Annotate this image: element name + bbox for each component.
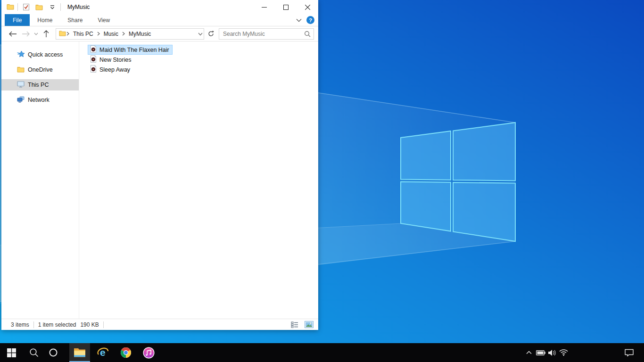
address-bar[interactable]: This PC Music MyMusic <box>56 28 204 40</box>
divider <box>103 321 104 328</box>
search-box <box>219 28 314 40</box>
details-view-button[interactable] <box>289 320 300 329</box>
file-explorer-icon <box>74 347 86 358</box>
search-icon[interactable] <box>304 31 311 39</box>
tray-expand-button[interactable] <box>524 343 534 362</box>
chevron-right-icon <box>122 32 125 36</box>
file-item-sleep-away[interactable]: Sleep Away <box>88 65 133 74</box>
file-name: Sleep Away <box>99 66 130 73</box>
search-icon <box>29 348 39 357</box>
sidebar-item-this-pc[interactable]: This PC <box>1 79 79 90</box>
address-folder-icon <box>59 30 66 38</box>
start-button[interactable] <box>1 343 22 362</box>
navigation-bar: This PC Music MyMusic <box>1 26 318 41</box>
tab-file[interactable]: File <box>5 14 30 26</box>
breadcrumb: This PC Music MyMusic <box>66 31 153 37</box>
status-bar: 3 items 1 item selected 190 KB <box>1 319 318 330</box>
sidebar-item-label: OneDrive <box>28 66 53 73</box>
selection-size: 190 KB <box>80 321 99 328</box>
content-area: Quick access OneDrive This PC <box>1 41 318 319</box>
network-icon <box>17 96 25 104</box>
sidebar-item-quick-access[interactable]: Quick access <box>1 49 79 60</box>
properties-button[interactable] <box>21 2 31 12</box>
taskbar-chrome-button[interactable] <box>116 343 136 362</box>
maximize-button[interactable] <box>275 0 297 14</box>
recent-locations-button[interactable] <box>32 28 40 40</box>
breadcrumb-mymusic[interactable]: MyMusic <box>126 31 153 37</box>
navigation-pane: Quick access OneDrive This PC <box>1 41 79 319</box>
music-file-icon <box>90 55 97 64</box>
wifi-icon[interactable] <box>558 343 569 362</box>
address-dropdown-button[interactable] <box>198 31 203 37</box>
taskbar-itunes-button[interactable] <box>138 343 159 362</box>
up-button[interactable] <box>40 28 53 40</box>
cortana-button[interactable] <box>43 343 64 362</box>
tab-view[interactable]: View <box>90 14 117 26</box>
chevron-up-icon <box>526 351 532 354</box>
taskbar: e <box>0 343 644 362</box>
breadcrumb-music[interactable]: Music <box>101 31 121 37</box>
search-input[interactable] <box>223 31 302 37</box>
chevron-right-icon <box>97 32 100 36</box>
file-name: Maid With The Flaxen Hair <box>99 47 169 53</box>
onedrive-folder-icon <box>17 66 25 74</box>
sidebar-item-label: This PC <box>28 82 49 88</box>
this-pc-monitor-icon <box>17 81 25 89</box>
notification-icon <box>624 349 634 357</box>
tab-share[interactable]: Share <box>60 14 90 26</box>
help-button[interactable]: ? <box>306 16 314 24</box>
windows-logo-icon <box>7 348 16 357</box>
divider <box>33 321 34 328</box>
items-count: 3 items <box>11 321 29 328</box>
file-item-maid-with-the-flaxen-hair[interactable]: Maid With The Flaxen Hair <box>88 45 173 55</box>
file-item-new-stories[interactable]: New Stories <box>88 55 134 65</box>
explorer-window: MyMusic File Home Share View <box>1 0 318 330</box>
cortana-ring-icon <box>49 348 58 357</box>
sidebar-item-network[interactable]: Network <box>1 94 79 106</box>
music-file-icon <box>90 45 97 54</box>
action-center-button[interactable] <box>622 343 636 362</box>
battery-icon[interactable] <box>535 343 546 362</box>
expand-ribbon-button[interactable] <box>296 17 302 24</box>
music-file-icon <box>90 65 97 74</box>
close-button[interactable] <box>297 0 318 14</box>
ribbon-tabs: File Home Share View <box>1 14 318 26</box>
selection-count: 1 item selected <box>38 321 76 328</box>
taskbar-internet-explorer-button[interactable]: e <box>93 343 114 362</box>
svg-text:e: e <box>100 347 106 358</box>
quick-access-toolbar <box>21 2 57 12</box>
sidebar-item-label: Quick access <box>28 51 63 58</box>
taskbar-search-button[interactable] <box>24 343 44 362</box>
minimize-button[interactable] <box>253 0 275 14</box>
divider <box>60 3 61 11</box>
sidebar-item-onedrive[interactable]: OneDrive <box>1 64 79 75</box>
taskbar-file-explorer-button[interactable] <box>69 343 90 362</box>
title-bar[interactable]: MyMusic <box>1 0 318 14</box>
chrome-icon <box>120 347 132 358</box>
file-name: New Stories <box>99 57 131 63</box>
refresh-button[interactable] <box>206 28 216 40</box>
back-button[interactable] <box>6 28 20 40</box>
sidebar-item-label: Network <box>28 97 50 103</box>
quick-access-star-icon <box>17 50 25 59</box>
window-folder-icon <box>7 3 14 11</box>
volume-icon[interactable] <box>546 343 558 362</box>
tab-home[interactable]: Home <box>30 14 60 26</box>
file-list: Maid With The Flaxen Hair New Stories Sl… <box>88 45 173 74</box>
breadcrumb-this-pc[interactable]: This PC <box>71 31 96 37</box>
new-folder-button[interactable] <box>34 2 44 12</box>
forward-button[interactable] <box>20 28 32 40</box>
large-icons-view-button[interactable] <box>303 320 314 329</box>
window-title: MyMusic <box>67 4 90 10</box>
divider <box>17 3 18 11</box>
itunes-icon <box>143 347 155 359</box>
window-controls <box>253 0 318 14</box>
internet-explorer-icon: e <box>97 346 109 359</box>
chevron-right-icon <box>66 32 70 36</box>
customize-quick-access-button[interactable] <box>48 2 57 12</box>
desktop[interactable]: MyMusic File Home Share View <box>0 0 644 362</box>
